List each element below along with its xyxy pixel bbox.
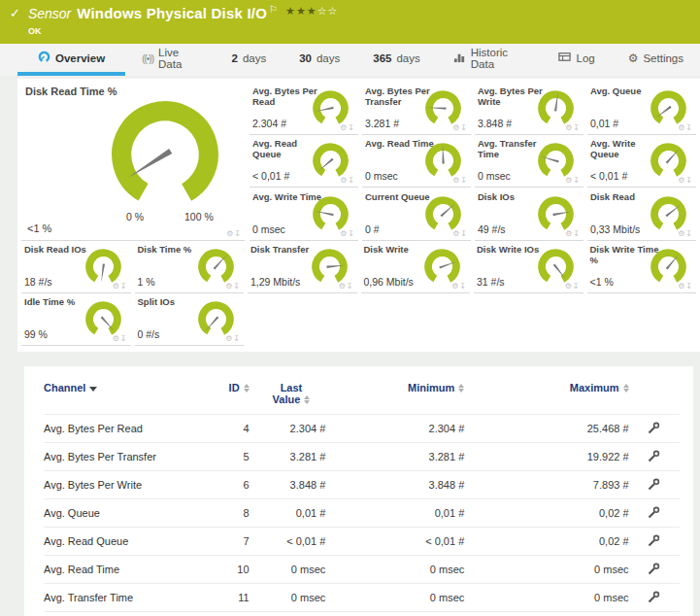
cell-minimum: < 0,01 # bbox=[339, 612, 464, 616]
col-header-maximum[interactable]: Maximum bbox=[464, 370, 628, 415]
table-row: Avg. Transfer Time110 msec0 msec0 msec bbox=[44, 584, 680, 612]
gauge-scale-max: 100 % bbox=[184, 211, 214, 222]
cell-channel: Avg. Bytes Per Transfer bbox=[44, 443, 208, 471]
gauge-tile: Disk Write Time %<1 %⚙↧ bbox=[587, 241, 697, 293]
gauge-tile: Avg. Read Queue< 0,01 #⚙↧ bbox=[250, 135, 358, 188]
cell-maximum: 0,02 # bbox=[464, 528, 628, 556]
tab-30-days[interactable]: 30days bbox=[283, 44, 356, 76]
status-check-icon: ✓ bbox=[10, 6, 20, 20]
cell-last-value: 0 msec bbox=[250, 556, 340, 584]
pin-icon[interactable]: ↧ bbox=[348, 229, 355, 238]
gauge-value: 0 msec bbox=[365, 170, 398, 182]
pin-icon[interactable]: ↧ bbox=[573, 123, 581, 132]
col-header-id[interactable]: ID bbox=[208, 370, 249, 415]
pin-icon[interactable]: ↧ bbox=[120, 282, 128, 291]
edit-channel-button[interactable] bbox=[648, 534, 660, 549]
tab-2-days[interactable]: 2days bbox=[215, 44, 283, 76]
edit-channel-button[interactable] bbox=[648, 563, 660, 577]
tile-actions: ⚙↧ bbox=[451, 282, 467, 291]
pin-icon[interactable]: ↧ bbox=[120, 334, 128, 343]
pin-icon[interactable]: ↧ bbox=[685, 229, 693, 238]
gauge-value: < 0,01 # bbox=[590, 170, 627, 182]
pin-icon[interactable]: ↧ bbox=[348, 176, 355, 185]
cell-minimum: 2.304 # bbox=[339, 415, 464, 443]
pin-icon[interactable]: ↧ bbox=[573, 282, 581, 291]
tab-label: days bbox=[243, 52, 266, 64]
edit-channel-button[interactable] bbox=[648, 591, 660, 605]
gauge-value: 0 msec bbox=[252, 223, 285, 235]
broadcast-icon: ((•)) bbox=[142, 52, 153, 64]
col-header-minimum[interactable]: Minimum bbox=[339, 370, 464, 415]
gauge-value: 0 #/s bbox=[138, 328, 160, 340]
gauge-tile: Disk Write0,96 Mbit/s⚙↧ bbox=[361, 241, 471, 293]
tab-settings[interactable]: ⚙Settings bbox=[612, 44, 700, 76]
tile-actions: ⚙↧ bbox=[565, 229, 581, 238]
gauge-dial bbox=[538, 143, 574, 179]
pin-icon[interactable]: ↧ bbox=[459, 282, 467, 291]
tab-label: Settings bbox=[643, 52, 683, 64]
gear-icon[interactable]: ⚙ bbox=[113, 334, 120, 343]
edit-channel-button[interactable] bbox=[648, 478, 660, 493]
tile-actions: ⚙↧ bbox=[678, 176, 693, 185]
pin-icon[interactable]: ↧ bbox=[347, 282, 354, 291]
gear-icon[interactable]: ⚙ bbox=[565, 282, 573, 291]
pin-icon[interactable]: ↧ bbox=[233, 282, 241, 291]
tab-log[interactable]: Log bbox=[542, 44, 611, 76]
gauge-tile: Avg. Bytes Per Write3.848 #⚙↧ bbox=[475, 83, 583, 135]
pin-icon[interactable]: ↧ bbox=[685, 176, 693, 185]
gauge-dial bbox=[650, 249, 686, 285]
gauge-tile: Disk Time %1 %⚙↧ bbox=[135, 241, 245, 293]
gauge-tile: Avg. Write Time0 msec⚙↧ bbox=[250, 188, 358, 241]
gauge-value: <1 % bbox=[590, 276, 614, 288]
gauge-dial bbox=[650, 143, 686, 179]
pin-icon[interactable]: ↧ bbox=[460, 229, 468, 238]
cell-maximum: 0 msec bbox=[464, 556, 628, 584]
flag-icon[interactable]: ⚐ bbox=[269, 4, 278, 15]
pin-icon[interactable]: ↧ bbox=[573, 176, 581, 185]
pin-icon[interactable]: ↧ bbox=[573, 229, 581, 238]
edit-channel-button[interactable] bbox=[648, 506, 660, 521]
gauge-value: 99 % bbox=[24, 328, 48, 340]
cell-id: 11 bbox=[208, 584, 249, 612]
tile-actions: ⚙↧ bbox=[340, 123, 355, 132]
pin-icon[interactable]: ↧ bbox=[233, 334, 241, 343]
tile-actions: ⚙↧ bbox=[678, 229, 693, 238]
tile-actions: ⚙↧ bbox=[225, 282, 241, 291]
col-header-channel[interactable]: Channel bbox=[44, 370, 208, 415]
tile-actions: ⚙↧ bbox=[113, 334, 128, 343]
col-header-actions bbox=[629, 370, 680, 415]
gauge-dial bbox=[198, 249, 234, 285]
cell-minimum: 0 msec bbox=[339, 584, 464, 612]
gauge-dial bbox=[424, 249, 460, 285]
table-row: Avg. Read Queue7< 0,01 #< 0,01 #0,02 # bbox=[44, 528, 680, 556]
table-row: Avg. Bytes Per Read42.304 #2.304 #25.468… bbox=[44, 415, 680, 443]
sort-icon bbox=[304, 395, 310, 404]
gauge-value: 1 % bbox=[138, 276, 155, 288]
pin-icon[interactable]: ↧ bbox=[685, 282, 693, 291]
tab-historic-data[interactable]: Historic Data bbox=[437, 44, 543, 76]
gear-icon[interactable]: ⚙ bbox=[339, 282, 347, 291]
gauge-icon bbox=[38, 51, 50, 65]
edit-channel-button[interactable] bbox=[648, 422, 660, 436]
pin-icon[interactable]: ↧ bbox=[460, 176, 468, 185]
gauge-value: 0,01 # bbox=[590, 118, 618, 129]
gauge-dial bbox=[538, 249, 574, 285]
gauge-tile: Avg. Write Queue< 0,01 #⚙↧ bbox=[587, 135, 696, 188]
pin-icon[interactable]: ↧ bbox=[460, 123, 468, 132]
cell-channel: Avg. Bytes Per Read bbox=[44, 415, 208, 443]
tab-live-data[interactable]: ((•))Live Data bbox=[125, 44, 215, 76]
priority-stars[interactable]: ★★★☆☆ bbox=[285, 5, 338, 17]
pin-icon[interactable]: ↧ bbox=[348, 123, 355, 132]
pin-icon[interactable]: ↧ bbox=[234, 229, 242, 238]
tab-365-days[interactable]: 365days bbox=[356, 44, 436, 76]
col-header-last-value[interactable]: LastValue bbox=[250, 370, 340, 415]
gauge-value: 3.281 # bbox=[365, 118, 399, 129]
edit-channel-button[interactable] bbox=[648, 450, 660, 464]
sort-icon bbox=[458, 384, 464, 393]
pin-icon[interactable]: ↧ bbox=[685, 123, 693, 132]
gauge-value: < 0,01 # bbox=[252, 170, 289, 182]
tile-actions: ⚙↧ bbox=[452, 123, 468, 132]
gauge-tile: Disk Transfer1,29 Mbit/s⚙↧ bbox=[248, 241, 357, 293]
gear-icon[interactable]: ⚙ bbox=[113, 282, 120, 291]
tab-overview[interactable]: Overview bbox=[17, 44, 125, 76]
